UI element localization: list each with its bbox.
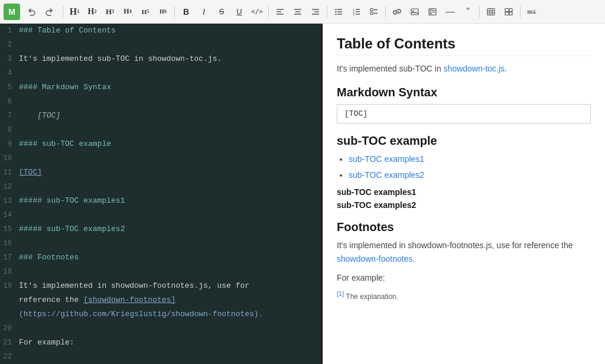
svg-point-9 (335, 8, 336, 9)
list-item: sub-TOC examples1 (349, 152, 591, 165)
italic-button[interactable]: I (196, 4, 212, 20)
line-5: 5 #### Markdown Syntax (0, 80, 321, 95)
quote-button[interactable]: " (460, 4, 476, 20)
strikethrough-button[interactable]: S (213, 4, 230, 20)
svg-rect-41 (509, 8, 512, 11)
svg-point-26 (412, 10, 414, 11)
line-16: 16 (0, 236, 321, 251)
list-ordered-button[interactable]: 1.2.3. (348, 4, 365, 20)
redo-button[interactable] (41, 4, 57, 20)
align-right-button[interactable] (307, 4, 324, 20)
line-11: 11 [TOC] (0, 165, 321, 180)
editor-content: 1 ### Table of Contents 2 3 It's impleme… (0, 24, 321, 364)
svg-rect-40 (505, 8, 509, 11)
svg-rect-42 (505, 12, 509, 15)
svg-point-29 (430, 9, 431, 10)
line-18: 18 (0, 265, 321, 279)
image-button[interactable] (406, 4, 423, 20)
line-3: 3 It's implemented sub-TOC in showdown-t… (0, 52, 321, 66)
preview-subhead-1: sub-TOC examples1 (337, 187, 591, 197)
undo-button[interactable] (24, 4, 40, 20)
svg-rect-23 (370, 12, 373, 14)
preview-h2-markdown: Markdown Syntax (337, 86, 591, 99)
h2-button[interactable]: H2 (84, 4, 100, 20)
line-19c: (https://github.com/Kriegslustig/showdow… (0, 307, 321, 321)
line-1: 1 ### Table of Contents (0, 24, 321, 38)
svg-rect-43 (509, 12, 512, 15)
link-button[interactable] (389, 4, 405, 20)
toolbar: M H1 H2 H3 H4 H5 H6 B I S U </> 1.2.3. (0, 0, 605, 24)
bold-button[interactable]: B (178, 4, 194, 20)
line-19a: 19 It's implemented in showdown-footnote… (0, 279, 321, 293)
table-button[interactable] (483, 4, 499, 20)
preview-h2-footnotes: Footnotes (337, 220, 591, 234)
svg-rect-25 (411, 9, 418, 15)
preview-subtoc-list: sub-TOC examples1 sub-TOC examples2 (349, 152, 591, 181)
subtoc-link-2[interactable]: sub-TOC examples2 (349, 170, 424, 180)
list-bullet-button[interactable] (330, 4, 347, 20)
svg-rect-35 (487, 8, 495, 15)
line-20: 20 (0, 321, 321, 336)
list-task-button[interactable] (366, 4, 382, 20)
h6-button[interactable]: H6 (155, 4, 171, 20)
align-center-button[interactable] (290, 4, 306, 20)
extra-button[interactable] (523, 4, 540, 20)
line-7: 7 [TOC] (0, 109, 321, 123)
svg-text:3.: 3. (353, 12, 355, 16)
line-10: 10 (0, 151, 321, 165)
list-item: sub-TOC examples2 (349, 168, 591, 181)
preview-toc-code: [TOC] (337, 104, 591, 124)
preview-pane: Table of Contents It's implemented sub-T… (323, 24, 605, 364)
svg-point-30 (431, 9, 432, 10)
line-19b: reference the [showdown-footnotes] (0, 293, 321, 307)
svg-point-11 (335, 11, 336, 12)
svg-rect-21 (370, 8, 373, 11)
line-15: 15 ##### sub-TOC examples2 (0, 222, 321, 236)
hr-button[interactable]: — (442, 4, 458, 20)
line-6: 6 (0, 95, 321, 109)
preview-h2-subtoc: sub-TOC example (337, 134, 591, 148)
footnote-ref: [1] (337, 290, 344, 297)
line-4: 4 (0, 66, 321, 80)
svg-point-13 (335, 13, 336, 14)
h1-button[interactable]: H1 (66, 4, 83, 20)
h5-button[interactable]: H5 (137, 4, 154, 20)
subtoc-link-1[interactable]: sub-TOC examples1 (349, 154, 424, 164)
line-14: 14 (0, 208, 321, 222)
line-12: 12 (0, 180, 321, 194)
preview-subhead-2: sub-TOC examples2 (337, 200, 591, 210)
more-button[interactable] (500, 4, 517, 20)
line-2: 2 (0, 38, 321, 52)
editor-pane[interactable]: 1 ### Table of Contents 2 3 It's impleme… (0, 24, 323, 364)
svg-line-33 (430, 13, 431, 14)
showdown-footnotes-link[interactable]: showdown-footnotes (337, 254, 412, 264)
preview-footnote-p: It's implemented in showdown-footnotes.j… (337, 239, 591, 265)
main-content: 1 ### Table of Contents 2 3 It's impleme… (0, 24, 605, 364)
showdown-toc-link[interactable]: showdown-toc.js (444, 64, 505, 73)
line-17: 17 ### Footnotes (0, 251, 321, 265)
line-8: 8 (0, 123, 321, 137)
preview-footnote-text: [1] The explanation. (337, 290, 591, 301)
app-logo: M (4, 4, 20, 20)
align-left-button[interactable] (272, 4, 288, 20)
line-22: 22 (0, 350, 321, 364)
line-13: 13 ##### sub-TOC examples1 (0, 194, 321, 208)
underline-button[interactable]: U (231, 4, 248, 20)
line-21: 21 For example: (0, 336, 321, 350)
line-9: 9 #### sub-TOC example (0, 137, 321, 151)
h4-button[interactable]: H4 (119, 4, 136, 20)
preview-p1: It's implemented sub-TOC in showdown-toc… (337, 62, 591, 75)
preview-title: Table of Contents (337, 35, 591, 56)
code-block-button[interactable] (424, 4, 441, 20)
preview-for-example: For example: (337, 271, 591, 284)
code-inline-button[interactable]: </> (249, 4, 265, 20)
svg-point-31 (432, 9, 434, 10)
h3-button[interactable]: H3 (102, 4, 118, 20)
